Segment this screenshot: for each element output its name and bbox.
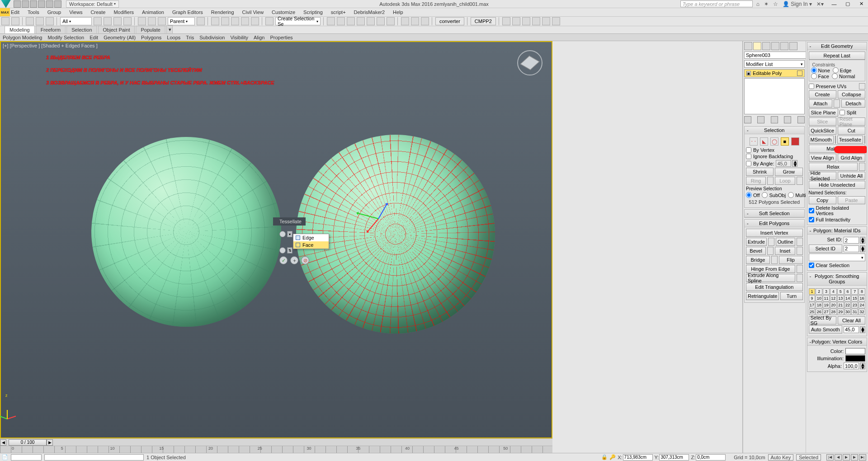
move-icon[interactable] [138, 17, 146, 25]
menu-customize[interactable]: Customize [271, 9, 296, 16]
tab-modeling[interactable]: Modeling [5, 26, 35, 33]
select-icon[interactable] [94, 17, 102, 25]
ribbon-visibility[interactable]: Visibility [230, 35, 248, 40]
viewport[interactable]: [+] [Perspective ] [Shaded + Edged Faces… [0, 41, 552, 362]
tab-object-paint[interactable]: Object Paint [98, 26, 135, 33]
transform-gizmo[interactable] [360, 200, 396, 236]
gizmo-z-axis[interactable] [378, 203, 388, 219]
caddy-confirm[interactable]: ✓ [279, 256, 288, 264]
ribbon-properties[interactable]: Properties [270, 35, 292, 40]
menu-modifiers[interactable]: Modifiers [113, 9, 135, 16]
render-setup-icon[interactable] [401, 17, 409, 25]
qat-open-icon[interactable] [22, 0, 29, 8]
mirror-icon[interactable] [327, 17, 335, 25]
angle-snap-icon[interactable] [231, 17, 239, 25]
bind-icon[interactable] [46, 17, 54, 25]
ribbon-align[interactable]: Align [254, 35, 264, 40]
snap-icon[interactable] [221, 17, 229, 25]
menu-debrismaker2[interactable]: DebrisMaker2 [353, 9, 386, 16]
ribbon-subdivision[interactable]: Subdivision [199, 35, 225, 40]
caddy-cancel[interactable]: ⊘ [301, 256, 309, 264]
extra1-icon[interactable] [502, 17, 510, 25]
render-frame-icon[interactable] [411, 17, 419, 25]
keyboard-shortcut-icon[interactable] [265, 17, 274, 25]
extra5-icon[interactable] [542, 17, 550, 25]
caddy-apply[interactable]: ＋ [290, 256, 298, 264]
layers-icon[interactable] [347, 17, 355, 25]
redo-icon[interactable] [11, 17, 19, 25]
caddy-option-a[interactable] [279, 231, 286, 237]
menu-edit[interactable]: Edit [10, 9, 20, 16]
percent-snap-icon[interactable] [241, 17, 249, 25]
ribbon-modify-selection[interactable]: Modify Selection [47, 35, 84, 40]
menu-group[interactable]: Group [47, 9, 62, 16]
application-menu[interactable]: MAX [0, 8, 10, 16]
curve-editor-icon[interactable] [367, 17, 375, 25]
window-crossing-icon[interactable] [123, 17, 132, 25]
workspace-dropdown[interactable]: Workspace: Default▾ [66, 0, 119, 8]
rotate-icon[interactable] [148, 17, 156, 25]
caddy-item-edge[interactable]: Edge [293, 234, 329, 241]
ref-coord-dropdown[interactable]: Parent [168, 17, 195, 25]
chevron-down-icon: ▾ [114, 2, 116, 6]
qat-link-icon[interactable] [54, 0, 61, 8]
menu-help[interactable]: Help [392, 9, 404, 16]
ribbon-tris[interactable]: Tris [186, 35, 194, 40]
menu-create[interactable]: Create [90, 9, 106, 16]
menu-scripting[interactable]: Scripting [302, 9, 324, 16]
ribbon-polygons[interactable]: Polygons [141, 35, 161, 40]
schematic-icon[interactable] [377, 17, 385, 25]
viewcube[interactable] [517, 50, 542, 75]
qat-new-icon[interactable] [14, 0, 21, 8]
extra2-icon[interactable] [512, 17, 520, 25]
extra3-icon[interactable] [522, 17, 530, 25]
tab-freeform[interactable]: Freeform [36, 26, 66, 33]
cmpp2-button[interactable]: CMPP2 [471, 17, 496, 25]
caddy-spin[interactable]: ⇅ [287, 247, 292, 254]
pivot-icon[interactable] [197, 17, 205, 25]
ribbon-loops[interactable]: Loops [167, 35, 180, 40]
viewport-label[interactable]: [+] [Perspective ] [Shaded + Edged Faces… [3, 43, 98, 48]
caddy-item-face[interactable]: Face [293, 241, 329, 249]
menu-animation[interactable]: Animation [141, 9, 165, 16]
scale-icon[interactable] [158, 17, 166, 25]
unlink-icon[interactable] [36, 17, 44, 25]
qat-redo-icon[interactable] [46, 0, 53, 8]
select-name-icon[interactable] [104, 17, 112, 25]
menu-rendering[interactable]: Rendering [210, 9, 235, 16]
ribbon-polygon-modeling[interactable]: Polygon Modeling [3, 35, 42, 40]
menu-tools[interactable]: Tools [27, 9, 40, 16]
explorer-icon[interactable] [357, 17, 365, 25]
menu-graph-editors[interactable]: Graph Editors [171, 9, 204, 16]
extra4-icon[interactable] [532, 17, 540, 25]
menu-views[interactable]: Views [68, 9, 83, 16]
tab-expand[interactable]: ▾ [166, 25, 173, 33]
link-icon[interactable] [26, 17, 34, 25]
ribbon-edit[interactable]: Edit [90, 35, 98, 40]
menu-script-plus[interactable]: script+ [330, 9, 347, 16]
selection-filter-dropdown[interactable]: All [60, 17, 92, 25]
spinner-snap-icon[interactable] [251, 17, 259, 25]
menu-civil-view[interactable]: Civil View [241, 9, 264, 16]
caddy-option-b[interactable] [279, 247, 286, 254]
workspace-label: Workspace: Default [69, 1, 113, 7]
qat-save-icon[interactable] [30, 0, 37, 8]
render-icon[interactable] [421, 17, 429, 25]
align-icon[interactable] [337, 17, 345, 25]
tab-populate[interactable]: Populate [136, 26, 165, 33]
select-region-icon[interactable] [113, 17, 122, 25]
extra6-icon[interactable] [552, 17, 560, 25]
named-selection-dropdown[interactable]: Create Selection Se [275, 17, 321, 25]
caddy-face-label: Face [302, 242, 313, 248]
sphere-unselected[interactable] [91, 137, 281, 327]
material-editor-icon[interactable] [387, 17, 395, 25]
converter-button[interactable]: converter [435, 17, 464, 25]
manip-icon[interactable] [211, 17, 219, 25]
undo-icon[interactable] [1, 17, 9, 25]
ribbon-geometry-all[interactable]: Geometry (All) [104, 35, 136, 40]
annotation-line-3: 3 ВОЗВРАЩАЕМСЯ В РЕБРА, И У НАС ВЫБРАНЫ … [46, 76, 274, 89]
qat-undo-icon[interactable] [38, 0, 45, 8]
gizmo-x-axis[interactable] [367, 218, 379, 233]
caddy-dropdown-toggle[interactable]: ▾ [287, 231, 292, 237]
tab-selection[interactable]: Selection [66, 26, 97, 33]
